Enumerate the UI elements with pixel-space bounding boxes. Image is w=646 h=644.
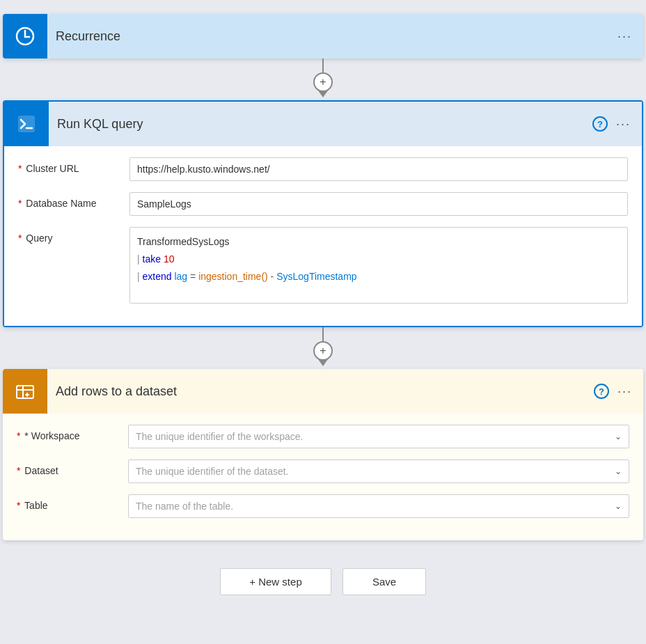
workspace-placeholder: The unique identifier of the workspace. [136,431,303,442]
addrows-body: * * Workspace The unique identifier of t… [3,414,643,540]
svg-rect-5 [17,386,33,398]
clock-icon [14,25,36,47]
addrows-actions: ? ··· [594,384,643,399]
recurrence-icon-container [3,14,47,58]
kql-icon-container [4,102,49,146]
table-placeholder: The name of the table. [136,501,233,512]
dataset-chevron-icon: ⌄ [615,466,622,476]
connector-line-1 [322,58,324,72]
query-label: * Query [18,227,129,244]
workspace-label: * * Workspace [17,425,128,441]
workspace-chevron-icon: ⌄ [615,432,622,441]
query-line-1: TransformedSysLogs [137,233,620,251]
kql-actions: ? ··· [592,116,642,132]
kql-body: * Cluster URL * Database Name * Query [4,146,642,326]
bottom-actions: + New step Save [220,568,426,595]
recurrence-more-button[interactable]: ··· [617,29,632,44]
addrows-header: Add rows to a dataset ? ··· [3,369,643,414]
kql-more-button[interactable]: ··· [616,117,631,132]
kql-help-button[interactable]: ? [592,116,608,132]
flow-container: Recurrence ··· + Run KQL query ? [3,14,643,595]
query-row: * Query TransformedSysLogs | take 10 | e… [18,227,628,304]
kql-header: Run KQL query ? ··· [4,102,642,146]
query-input[interactable]: TransformedSysLogs | take 10 | extend la… [129,227,628,304]
dataset-label: * Dataset [17,460,128,476]
kql-icon [15,113,38,135]
table-label: * Table [17,494,128,511]
recurrence-title: Recurrence [47,29,617,44]
connector-2: + [313,327,333,369]
addrows-more-button[interactable]: ··· [617,384,632,399]
kql-card: Run KQL query ? ··· * Cluster URL * [3,100,643,327]
dataset-row: * Dataset The unique identifier of the d… [17,460,629,483]
recurrence-actions: ··· [617,29,643,44]
addrows-icon [14,380,36,402]
query-line-3: | extend lag = ingestion_time() - SysLog… [137,268,620,285]
query-line-2: | take 10 [137,251,620,268]
connector-line-2 [322,327,324,341]
cluster-url-label: * Cluster URL [18,157,129,174]
cluster-url-row: * Cluster URL [18,157,628,181]
add-step-button-1[interactable]: + [313,72,333,92]
recurrence-header: Recurrence ··· [3,14,643,58]
cluster-url-input[interactable] [129,157,628,181]
new-step-button[interactable]: + New step [220,568,331,595]
table-select[interactable]: The name of the table. ⌄ [128,494,629,518]
kql-title: Run KQL query [49,117,592,132]
database-name-input[interactable] [129,192,628,216]
connector-1: + [313,58,333,100]
add-step-button-2[interactable]: + [313,341,333,361]
dataset-select[interactable]: The unique identifier of the dataset. ⌄ [128,460,629,483]
workspace-row: * * Workspace The unique identifier of t… [17,425,629,448]
database-name-label: * Database Name [18,192,129,209]
table-row: * Table The name of the table. ⌄ [17,494,629,518]
addrows-card: Add rows to a dataset ? ··· * * Workspac… [3,369,643,540]
recurrence-card: Recurrence ··· [3,14,643,58]
addrows-title: Add rows to a dataset [47,384,594,399]
dataset-placeholder: The unique identifier of the dataset. [136,466,288,477]
svg-rect-3 [18,116,35,132]
addrows-help-button[interactable]: ? [594,384,609,399]
table-chevron-icon: ⌄ [615,501,622,511]
database-name-row: * Database Name [18,192,628,216]
save-button[interactable]: Save [342,568,426,595]
addrows-icon-container [3,369,47,414]
workspace-select[interactable]: The unique identifier of the workspace. … [128,425,629,448]
